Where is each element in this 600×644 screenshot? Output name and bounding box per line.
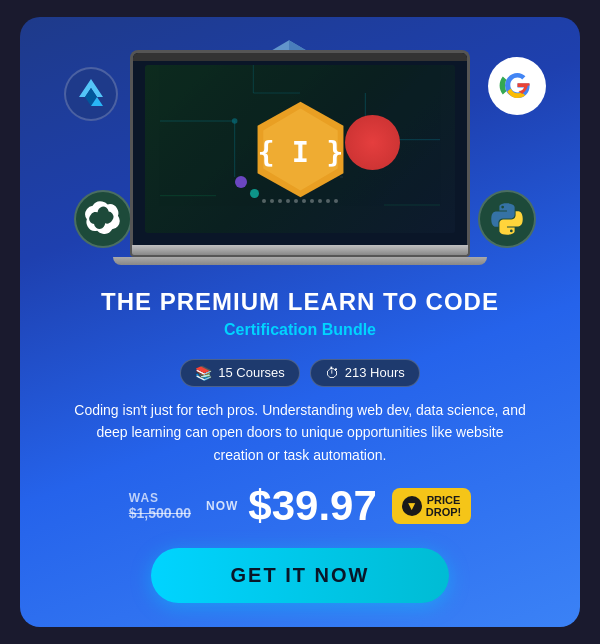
- cta-button[interactable]: GET IT NOW: [151, 548, 450, 603]
- courses-icon: 📚: [195, 365, 212, 381]
- hex-logo: { I }: [248, 97, 353, 202]
- hours-icon: ⏱: [325, 365, 339, 381]
- laptop-mockup: { I }: [130, 50, 470, 265]
- hours-text: 213 Hours: [345, 365, 405, 380]
- description-text: Coding isn't just for tech pros. Underst…: [70, 399, 530, 466]
- price-section: WAS $1,500.00 NOW $39.97 ▼ PRICE DROP!: [129, 482, 472, 530]
- current-price-value: $39.97: [248, 482, 376, 530]
- laptop-bottom: [113, 257, 487, 265]
- python-icon: [478, 190, 536, 248]
- courses-text: 15 Courses: [218, 365, 284, 380]
- hours-badge: ⏱ 213 Hours: [310, 359, 420, 387]
- title-section: THE PREMIUM LEARN TO CODE Certification …: [101, 288, 499, 349]
- subtitle: Certification Bundle: [101, 321, 499, 339]
- courses-badge: 📚 15 Courses: [180, 359, 299, 387]
- was-price-block: WAS $1,500.00: [129, 491, 191, 521]
- laptop-screen: { I }: [130, 50, 470, 245]
- now-price-block: NOW $39.97: [206, 482, 377, 530]
- laptop-base: [130, 245, 470, 257]
- was-price-value: $1,500.00: [129, 505, 191, 521]
- main-title: THE PREMIUM LEARN TO CODE: [101, 288, 499, 317]
- was-label: WAS: [129, 491, 159, 505]
- flutter-icon: [64, 67, 118, 121]
- laptop-section: C++: [44, 37, 556, 278]
- price-drop-text: PRICE DROP!: [426, 494, 461, 518]
- screen-content: { I }: [145, 65, 455, 233]
- google-icon: [488, 57, 546, 115]
- price-drop-badge: ▼ PRICE DROP!: [392, 488, 471, 524]
- badges-row: 📚 15 Courses ⏱ 213 Hours: [180, 359, 419, 387]
- purple-dot-decoration: [235, 176, 247, 188]
- red-circle-decoration: [345, 115, 400, 170]
- arrow-down-icon: ▼: [402, 496, 422, 516]
- openai-icon: [74, 190, 132, 248]
- svg-text:{ I }: { I }: [257, 134, 343, 168]
- promo-card: C++: [20, 17, 580, 627]
- now-label: NOW: [206, 499, 238, 513]
- svg-point-12: [232, 118, 238, 124]
